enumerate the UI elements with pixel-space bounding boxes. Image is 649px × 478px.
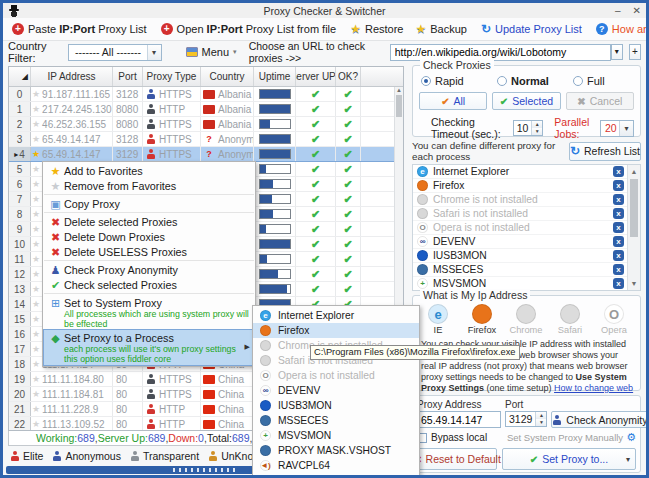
port-spinner[interactable]: 3129 ▲▼ <box>505 411 547 427</box>
submenu-item[interactable]: MSSECES <box>253 413 419 428</box>
browser-check-button[interactable]: O Opera <box>597 304 631 335</box>
process-list-item[interactable]: Safari is not installed x <box>413 207 640 221</box>
menu-button[interactable]: Menu ▾ <box>180 44 243 60</box>
scroll-down-icon[interactable]: ▼ <box>628 277 640 290</box>
check-mode-radio[interactable]: Full <box>573 75 649 87</box>
legend-item[interactable]: Elite <box>10 450 43 462</box>
scroll-up-icon[interactable]: ▲ <box>628 165 640 178</box>
favorite-star-icon[interactable]: ★ <box>32 329 40 339</box>
check-mode-radio[interactable]: Normal <box>497 75 573 87</box>
header-type[interactable]: Proxy Type <box>143 67 201 86</box>
browser-check-button[interactable]: Chrome <box>509 304 543 335</box>
header-corner[interactable]: ◢ <box>9 67 31 86</box>
process-list-item[interactable]: e Internet Explorer x <box>413 165 640 179</box>
table-row[interactable]: 1 ★ 217.24.245.130 8080 HTTP Albania <box>9 102 403 117</box>
header-uptime[interactable]: Uptime <box>254 67 296 86</box>
check-selected-button[interactable]: ✔ Selected <box>492 92 560 110</box>
context-menu-item[interactable]: ✖ Delete Down Proxies <box>44 229 254 244</box>
timeout-spinner[interactable]: 10 ▲▼ <box>513 120 544 136</box>
browser-icon[interactable]: e <box>428 304 448 324</box>
minimize-button[interactable]: – <box>615 5 621 17</box>
remove-process-button[interactable]: x <box>613 208 624 219</box>
browser-icon[interactable] <box>560 304 580 324</box>
header-server-up[interactable]: Server UP? <box>296 67 336 86</box>
remove-process-button[interactable]: x <box>613 180 624 191</box>
favorite-star-icon[interactable]: ★ <box>32 179 40 189</box>
context-menu-item[interactable]: ◆ Set Proxy to a Process each process wi… <box>44 330 254 365</box>
favorite-star-icon[interactable]: ★ <box>32 314 40 324</box>
remove-process-button[interactable]: x <box>613 250 624 261</box>
submenu-item[interactable] <box>253 473 419 478</box>
paste-proxy-list-button[interactable]: + Paste IP:Port Proxy List <box>6 21 153 37</box>
table-row[interactable]: 2 ★ 46.252.36.155 8080 HTTPS Albania <box>9 117 403 132</box>
scrollbar-thumb[interactable] <box>396 95 402 117</box>
submenu-item[interactable]: ◄) RAVCPL64 <box>253 458 419 473</box>
submenu-item[interactable]: e Internet Explorer <box>253 308 419 323</box>
favorite-star-icon[interactable]: ★ <box>32 359 40 369</box>
context-menu-item[interactable]: ▣ Copy Proxy <box>44 194 254 211</box>
favorite-star-icon[interactable]: ★ <box>32 149 40 159</box>
process-list-item[interactable]: ∞ DEVENV x <box>413 235 640 249</box>
reset-to-default-button[interactable]: ✖ Reset to Default <box>417 448 497 470</box>
favorite-star-icon[interactable]: ★ <box>32 104 40 114</box>
favorite-star-icon[interactable]: ★ <box>32 299 40 309</box>
gear-icon[interactable]: ⚙ <box>626 431 636 444</box>
context-menu-item[interactable]: ★ Add to Favorites <box>44 163 254 178</box>
browser-check-button[interactable]: Firefox <box>465 304 499 335</box>
table-row[interactable]: 3 ★ 65.49.14.147 3128 HTTPS ? Anonymous … <box>9 132 403 147</box>
chevron-down-icon[interactable]: ▾ <box>619 121 633 136</box>
close-button[interactable]: ✕ <box>633 5 641 17</box>
browser-check-button[interactable]: Safari <box>553 304 587 335</box>
header-ok[interactable]: OK? <box>336 67 361 86</box>
help-button[interactable]: ? How and when to use this tool? <box>590 21 649 37</box>
browser-icon[interactable]: O <box>604 304 624 324</box>
favorite-star-icon[interactable]: ★ <box>32 419 40 429</box>
remove-process-button[interactable]: x <box>613 264 624 275</box>
set-system-proxy-manually[interactable]: Set System Proxy Manually ⚙ <box>507 431 636 444</box>
remove-process-button[interactable]: x <box>613 278 624 289</box>
backup-button[interactable]: ★ Backup <box>409 20 472 38</box>
submenu-item[interactable]: IUSB3MON <box>253 398 419 413</box>
favorite-star-icon[interactable]: ★ <box>32 89 40 99</box>
legend-item[interactable]: Transparent <box>130 450 199 462</box>
favorite-star-icon[interactable]: ★ <box>32 284 40 294</box>
restore-button[interactable]: ★ Restore <box>344 20 409 38</box>
submenu-item[interactable]: + MSVSMON <box>253 428 419 443</box>
set-proxy-to-button[interactable]: ✔ Set Proxy to... ▾ <box>502 448 636 470</box>
radio-icon[interactable] <box>421 76 431 86</box>
remove-process-button[interactable]: x <box>613 166 624 177</box>
scrollbar-thumb[interactable] <box>630 179 638 237</box>
favorite-star-icon[interactable]: ★ <box>32 374 40 384</box>
parallel-jobs-select[interactable]: 20 ▾ <box>600 120 634 137</box>
table-row[interactable]: 0 ★ 91.187.111.165 3128 HTTPS Albania <box>9 87 403 102</box>
process-list-item[interactable]: MSSECES x <box>413 263 640 277</box>
favorite-star-icon[interactable]: ★ <box>32 119 40 129</box>
process-list-item[interactable]: Chrome is not installed x <box>413 193 640 207</box>
remove-process-button[interactable]: x <box>613 222 624 233</box>
chevron-down-icon[interactable]: ▾ <box>626 455 630 464</box>
favorite-star-icon[interactable]: ★ <box>32 194 40 204</box>
add-url-button[interactable]: + <box>629 44 641 60</box>
favorite-star-icon[interactable]: ★ <box>32 224 40 234</box>
browser-icon[interactable] <box>516 304 536 324</box>
refresh-list-button[interactable]: ↻ Refresh List <box>569 142 641 161</box>
url-dropdown-button[interactable]: ▾ <box>611 44 623 60</box>
context-menu-item[interactable]: ♟ Check Proxy Anonymity <box>44 260 254 277</box>
favorite-star-icon[interactable]: ★ <box>32 389 40 399</box>
favorite-star-icon[interactable]: ★ <box>32 269 40 279</box>
legend-item[interactable]: Anonymous <box>52 450 120 462</box>
check-mode-radio[interactable]: Rapid <box>421 75 497 87</box>
table-row[interactable]: 4 ★ 65.49.14.147 3129 HTTPS ? Anonymous … <box>9 147 403 162</box>
submenu-item[interactable]: O Opera is not installed <box>253 368 419 383</box>
submenu-item[interactable]: Firefox <box>253 323 419 338</box>
favorite-star-icon[interactable]: ★ <box>32 164 40 174</box>
favorite-star-icon[interactable]: ★ <box>32 404 40 414</box>
remove-process-button[interactable]: x <box>613 236 624 247</box>
radio-icon[interactable] <box>497 76 507 86</box>
header-country[interactable]: Country <box>201 67 254 86</box>
submenu-item[interactable]: ∞ DEVENV <box>253 383 419 398</box>
process-list-item[interactable]: Firefox x <box>413 179 640 193</box>
open-proxy-list-button[interactable]: + Open IP:Port Proxy List from file <box>155 21 343 37</box>
check-anonymity-button[interactable]: Check Anonymity <box>551 411 648 428</box>
favorite-star-icon[interactable]: ★ <box>32 209 40 219</box>
